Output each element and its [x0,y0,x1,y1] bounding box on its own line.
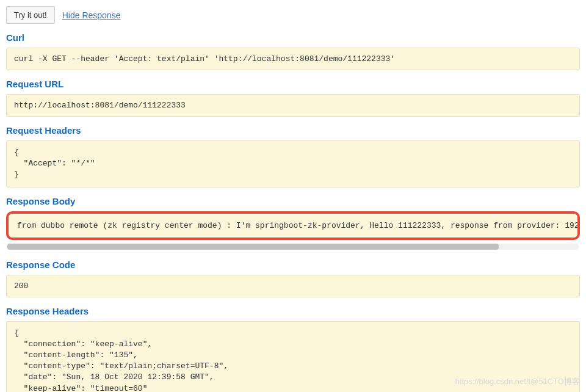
curl-title: Curl [6,32,580,43]
request-headers-content: { "Accept": "*/*" } [6,140,580,187]
response-body-content: from dubbo remote (zk registry center mo… [6,211,580,240]
response-body-scrollbar[interactable] [7,244,579,250]
request-url-content: http://localhost:8081/demo/111222333 [6,94,580,117]
response-headers-content: { "connection": "keep-alive", "content-l… [6,321,580,392]
top-row: Try it out! Hide Response [6,6,580,24]
response-code-content: 200 [6,275,580,297]
hide-response-link[interactable]: Hide Response [62,10,121,20]
request-headers-title: Request Headers [6,125,580,136]
try-it-out-button[interactable]: Try it out! [6,6,55,24]
scrollbar-thumb[interactable] [7,244,499,250]
response-headers-title: Response Headers [6,306,580,316]
request-url-title: Request URL [6,79,580,89]
response-body-title: Response Body [6,196,580,206]
curl-content: curl -X GET --header 'Accept: text/plain… [6,48,580,70]
response-code-title: Response Code [6,260,580,270]
